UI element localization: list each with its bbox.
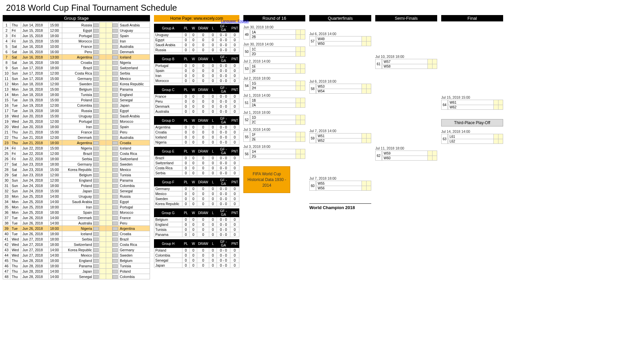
- away-score[interactable]: [106, 33, 112, 38]
- away-score[interactable]: [106, 49, 112, 55]
- home-score[interactable]: [99, 274, 106, 279]
- score-b1[interactable]: [296, 137, 301, 142]
- away-score[interactable]: [106, 253, 112, 258]
- score-b2[interactable]: [432, 64, 437, 69]
- home-score[interactable]: [99, 172, 106, 178]
- away-score[interactable]: [106, 194, 112, 199]
- away-score[interactable]: [106, 81, 112, 87]
- away-score[interactable]: [106, 199, 112, 204]
- score-b2[interactable]: [301, 137, 305, 142]
- historical-data-box[interactable]: FIFA World Cup Historical Data 1930 - 20…: [243, 166, 290, 193]
- away-score[interactable]: [106, 183, 112, 188]
- score-b1[interactable]: [494, 139, 498, 144]
- home-score[interactable]: [99, 247, 106, 253]
- score-a1[interactable]: [362, 84, 367, 89]
- home-score[interactable]: [99, 167, 106, 172]
- score-a2[interactable]: [367, 133, 371, 138]
- away-score[interactable]: [106, 215, 112, 220]
- home-score[interactable]: [99, 269, 106, 274]
- home-score[interactable]: [99, 199, 106, 204]
- score-b1[interactable]: [296, 69, 301, 74]
- away-score[interactable]: [106, 119, 112, 124]
- home-score[interactable]: [99, 65, 106, 71]
- away-score[interactable]: [106, 87, 112, 92]
- home-score[interactable]: [99, 103, 106, 108]
- score-b2[interactable]: [367, 138, 371, 143]
- home-score[interactable]: [99, 253, 106, 258]
- home-score[interactable]: [99, 44, 106, 49]
- home-score[interactable]: [99, 146, 106, 151]
- home-score[interactable]: [99, 231, 106, 237]
- score-b2[interactable]: [301, 154, 305, 159]
- score-a2[interactable]: [432, 151, 437, 156]
- home-score[interactable]: [99, 81, 106, 87]
- home-score[interactable]: [99, 215, 106, 220]
- score-b1[interactable]: [494, 105, 498, 110]
- score-a2[interactable]: [301, 98, 305, 103]
- score-a1[interactable]: [494, 100, 498, 105]
- home-score[interactable]: [99, 60, 106, 65]
- away-score[interactable]: [106, 28, 112, 33]
- score-a1[interactable]: [296, 29, 301, 34]
- score-a2[interactable]: [367, 181, 371, 186]
- score-b1[interactable]: [296, 154, 301, 159]
- away-score[interactable]: [106, 140, 112, 146]
- home-score[interactable]: [99, 242, 106, 247]
- away-score[interactable]: [106, 129, 112, 135]
- score-a1[interactable]: [296, 149, 301, 154]
- score-a2[interactable]: [301, 149, 305, 154]
- away-score[interactable]: [106, 71, 112, 76]
- away-score[interactable]: [106, 92, 112, 97]
- away-score[interactable]: [106, 263, 112, 269]
- score-b2[interactable]: [301, 34, 305, 39]
- score-b2[interactable]: [367, 89, 371, 94]
- away-score[interactable]: [106, 38, 112, 44]
- home-score[interactable]: [99, 263, 106, 269]
- home-score[interactable]: [99, 226, 106, 231]
- score-b2[interactable]: [498, 105, 503, 110]
- score-a1[interactable]: [362, 36, 367, 41]
- score-a2[interactable]: [301, 29, 305, 34]
- score-b1[interactable]: [362, 89, 367, 94]
- away-score[interactable]: [106, 151, 112, 156]
- home-score[interactable]: [99, 33, 106, 38]
- score-b1[interactable]: [296, 34, 301, 39]
- away-score[interactable]: [106, 226, 112, 231]
- home-score[interactable]: [99, 135, 106, 140]
- score-a1[interactable]: [296, 115, 301, 120]
- home-score[interactable]: [99, 220, 106, 226]
- score-a1[interactable]: [296, 64, 301, 69]
- score-b1[interactable]: [296, 86, 301, 91]
- score-b2[interactable]: [301, 120, 305, 125]
- away-score[interactable]: [106, 204, 112, 210]
- score-a2[interactable]: [301, 115, 305, 120]
- score-a1[interactable]: [362, 133, 367, 138]
- score-b2[interactable]: [432, 156, 437, 161]
- away-score[interactable]: [106, 231, 112, 237]
- score-b1[interactable]: [296, 52, 301, 57]
- home-score[interactable]: [99, 38, 106, 44]
- away-score[interactable]: [106, 22, 112, 28]
- away-score[interactable]: [106, 103, 112, 108]
- home-score[interactable]: [99, 156, 106, 162]
- home-score[interactable]: [99, 129, 106, 135]
- score-b1[interactable]: [362, 186, 367, 191]
- away-score[interactable]: [106, 247, 112, 253]
- score-a2[interactable]: [432, 59, 437, 64]
- home-score[interactable]: [99, 71, 106, 76]
- away-score[interactable]: [106, 146, 112, 151]
- away-score[interactable]: [106, 108, 112, 113]
- score-a2[interactable]: [301, 47, 305, 52]
- score-a2[interactable]: [367, 84, 371, 89]
- home-score[interactable]: [99, 183, 106, 188]
- score-b1[interactable]: [296, 103, 301, 108]
- home-score[interactable]: [99, 113, 106, 119]
- score-a1[interactable]: [296, 132, 301, 137]
- score-a1[interactable]: [362, 181, 367, 186]
- away-score[interactable]: [106, 172, 112, 178]
- score-b2[interactable]: [301, 69, 305, 74]
- away-score[interactable]: [106, 113, 112, 119]
- home-score[interactable]: [99, 140, 106, 146]
- away-score[interactable]: [106, 156, 112, 162]
- score-b1[interactable]: [362, 138, 367, 143]
